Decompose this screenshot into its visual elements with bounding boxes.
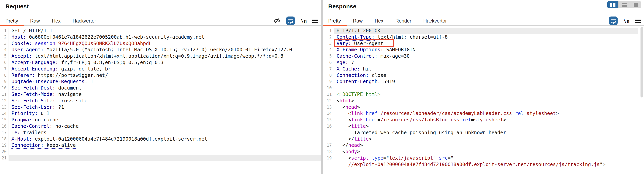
code-line: 15Pragma: no-cache [0, 117, 321, 123]
code-line: 3Vary: User-Agent [323, 40, 644, 47]
line-number: 8 [323, 72, 334, 79]
code-line: Targeted web cache poisoning using an un… [323, 130, 644, 136]
response-scrollbar[interactable] [640, 27, 644, 173]
newline-icon[interactable]: \n [623, 18, 630, 24]
response-tabbar: PrettyRawHexRenderHackvertor \n [323, 16, 644, 26]
code-line: 1GET / HTTP/1.1 [0, 28, 321, 34]
tab-pretty[interactable]: Pretty [328, 18, 341, 24]
code-line: 13Sec-Fetch-User: ?1 [0, 104, 321, 110]
line-number: 3 [323, 40, 334, 47]
request-title: Request [6, 3, 321, 10]
code-line: 9Content-Length: 5919 [323, 78, 644, 85]
panel-divider[interactable] [321, 0, 323, 174]
code-line: 17 </head> [323, 142, 644, 148]
columns-icon [610, 3, 612, 7]
rows-icon [622, 3, 627, 6]
line-number: 9 [0, 78, 9, 85]
word-wrap-icon[interactable] [609, 16, 618, 25]
line-number: 4 [0, 46, 9, 53]
code-line: 8Connection: close [323, 72, 644, 79]
line-number: 19 [0, 142, 9, 148]
code-line: 3Cookie: session=9ZG4HEgXQOUsSONRKXlUZUs… [0, 40, 321, 47]
code-line: 20 [0, 148, 321, 155]
line-number: 9 [323, 78, 334, 85]
line-number: 18 [0, 136, 9, 142]
code-line: 2Host: 0a6800ef0461e7a1842622e7005200ab.… [0, 34, 321, 40]
code-line: 11Sec-Fetch-Mode: navigate [0, 91, 321, 98]
line-number: 16 [0, 123, 9, 130]
tab-raw[interactable]: Raw [30, 18, 40, 24]
tab-hex[interactable]: Hex [375, 18, 383, 24]
rows-layout-button[interactable] [619, 1, 630, 8]
tab-raw[interactable]: Raw [353, 18, 362, 24]
code-line: 6Age: 7 [323, 60, 644, 66]
scrollbar-thumb[interactable] [640, 27, 643, 98]
line-number: 3 [0, 40, 9, 47]
line-number: 18 [323, 148, 334, 155]
single-pane-icon [634, 3, 638, 6]
tab-pretty[interactable]: Pretty [6, 18, 18, 24]
code-line: 5Cache-Control: max-age=30 [323, 53, 644, 60]
request-editor[interactable]: 1GET / HTTP/1.12Host: 0a6800ef0461e7a184… [0, 26, 321, 162]
single-layout-button[interactable] [630, 1, 641, 8]
menu-icon[interactable] [312, 18, 318, 24]
line-number [323, 136, 334, 142]
code-line: 12<html> [323, 98, 644, 104]
response-panel: Response PrettyRawHexRenderHackvertor \n… [323, 0, 644, 174]
code-line: 19Connection: keep-alive [0, 142, 321, 148]
code-line: 10 [323, 85, 644, 91]
line-number: 8 [0, 72, 9, 79]
line-number: 19 [323, 155, 334, 162]
code-line: 7Accept-Encoding: gzip, deflate, br [0, 66, 321, 72]
code-line: 17Te: trailers [0, 130, 321, 136]
eye-off-icon[interactable] [273, 18, 281, 24]
code-line: 14Priority: u=1 [0, 110, 321, 117]
code-line: 13 <head> [323, 104, 644, 110]
line-number: 1 [0, 28, 9, 34]
code-line: 9Upgrade-Insecure-Requests: 1 [0, 78, 321, 85]
line-number: 5 [323, 53, 334, 60]
request-toolbar: \n [273, 16, 318, 25]
code-line: //exploit-0a12000604a4e7f484d72190018a00… [323, 162, 644, 168]
line-number: 12 [323, 98, 334, 104]
line-number: 12 [0, 98, 9, 104]
line-number: 15 [0, 117, 9, 123]
tab-hackvertor[interactable]: Hackvertor [424, 18, 447, 24]
line-number: 21 [0, 155, 9, 162]
code-line: 11<!DOCTYPE html> [323, 91, 644, 98]
line-number: 10 [0, 85, 9, 91]
line-number [323, 130, 334, 136]
response-toolbar: \n [609, 16, 641, 25]
newline-icon[interactable]: \n [300, 18, 307, 24]
line-number: 15 [323, 117, 334, 123]
code-line: 4User-Agent: Mozilla/5.0 (Macintosh; Int… [0, 46, 321, 53]
line-number: 17 [323, 142, 334, 148]
response-header: Response [323, 0, 644, 16]
code-line: </title> [323, 136, 644, 142]
code-line: 18 <body> [323, 148, 644, 155]
line-number: 17 [0, 130, 9, 136]
tab-hex[interactable]: Hex [52, 18, 60, 24]
tab-render[interactable]: Render [396, 18, 411, 24]
active-tab-indicator [323, 25, 347, 26]
request-tabs: PrettyRawHexHackvertor [6, 18, 96, 24]
response-title: Response [328, 3, 644, 10]
request-panel: Request PrettyRawHexHackvertor \n [0, 0, 321, 174]
code-line: 16 <title> [323, 123, 644, 130]
response-editor[interactable]: 1HTTP/1.1 200 OK2Content-Type: text/html… [323, 26, 644, 168]
code-line: 2Content-Type: text/html; charset=utf-8 [323, 34, 644, 40]
word-wrap-icon[interactable] [286, 16, 295, 25]
line-number: 6 [0, 60, 9, 66]
code-line: 18X-Host: exploit-0a12000604a4e7f484d721… [0, 136, 321, 142]
columns-layout-button[interactable] [607, 1, 618, 8]
code-line: 5Accept: text/html,application/xhtml+xml… [0, 53, 321, 60]
request-header: Request [0, 0, 321, 16]
line-number: 16 [323, 123, 334, 130]
line-number: 2 [0, 34, 9, 40]
code-line: 4X-Frame-Options: SAMEORIGIN [323, 46, 644, 53]
menu-icon[interactable] [635, 18, 641, 24]
code-line: 15 <link href=/resources/css/labsBlog.cs… [323, 117, 644, 123]
code-line: 1HTTP/1.1 200 OK [323, 28, 644, 34]
code-line: 8Referer: https://portswigger.net/ [0, 72, 321, 79]
tab-hackvertor[interactable]: Hackvertor [73, 18, 96, 24]
